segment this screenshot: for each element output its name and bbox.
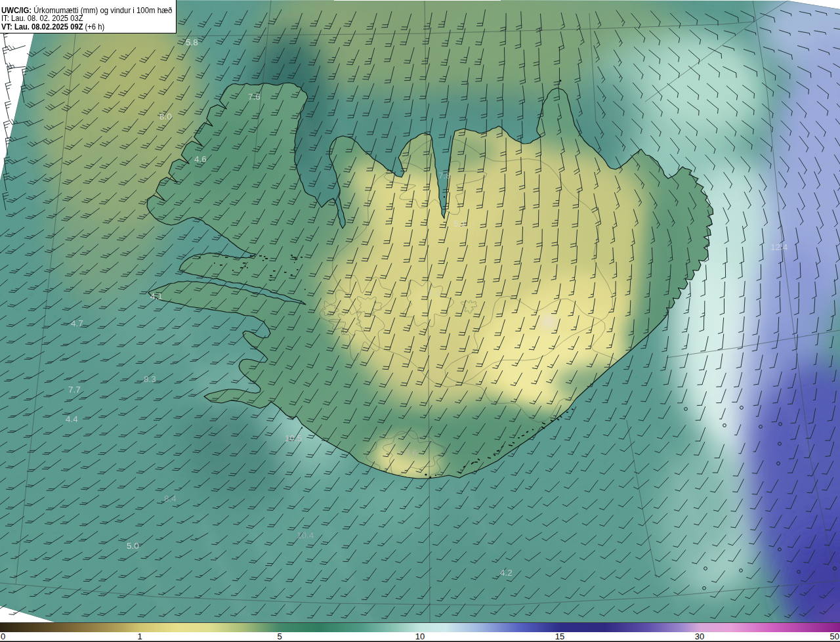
svg-text:4.6: 4.6 — [194, 154, 207, 164]
svg-text:4.7: 4.7 — [71, 318, 83, 328]
svg-text:8.0: 8.0 — [159, 112, 172, 121]
svg-text:5.1: 5.1 — [453, 219, 466, 228]
svg-text:4.1: 4.1 — [150, 291, 163, 301]
svg-text:7.6: 7.6 — [248, 92, 261, 102]
svg-text:10.4: 10.4 — [297, 530, 314, 540]
svg-text:10: 10 — [415, 631, 425, 641]
svg-text:4.4: 4.4 — [66, 414, 78, 424]
svg-text:7.7: 7.7 — [68, 385, 81, 395]
svg-text:2.4: 2.4 — [428, 288, 440, 298]
svg-text:5: 5 — [277, 631, 282, 641]
svg-text:3.6: 3.6 — [405, 448, 417, 458]
svg-text:8.4: 8.4 — [164, 494, 177, 503]
svg-text:5.8: 5.8 — [186, 37, 198, 47]
svg-text:15: 15 — [555, 631, 564, 641]
svg-text:10.5: 10.5 — [285, 433, 302, 443]
svg-text:4.2: 4.2 — [500, 568, 513, 578]
svg-text:7.8: 7.8 — [438, 171, 451, 181]
svg-text:12.4: 12.4 — [770, 242, 788, 252]
svg-text:5.0: 5.0 — [127, 541, 139, 551]
svg-text:0: 0 — [1, 631, 5, 641]
svg-text:30: 30 — [695, 631, 704, 641]
svg-text:50: 50 — [830, 631, 839, 641]
svg-text:1: 1 — [137, 631, 142, 641]
svg-text:8.3: 8.3 — [144, 374, 156, 384]
